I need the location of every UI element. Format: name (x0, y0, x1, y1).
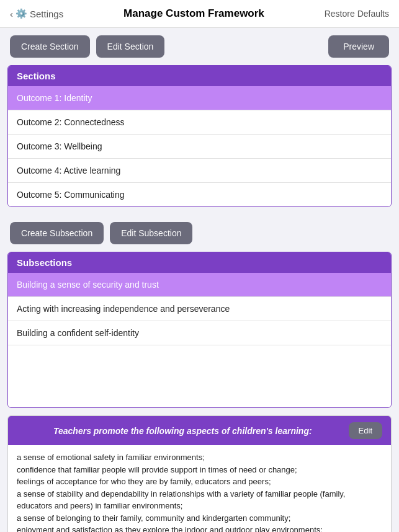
section-item[interactable]: Outcome 2: Connectedness (8, 110, 391, 135)
preview-button[interactable]: Preview (328, 35, 389, 58)
settings-icon: ⚙️ (16, 8, 27, 19)
section-item[interactable]: Outcome 1: Identity (8, 86, 391, 110)
page-title: Manage Custom Framework (123, 7, 264, 20)
section-item[interactable]: Outcome 5: Communicating (8, 183, 391, 206)
subsections-header: Subsections (8, 252, 391, 273)
back-nav[interactable]: ‹ ⚙️ Settings (10, 8, 63, 19)
restore-defaults-button[interactable]: Restore Defaults (325, 9, 389, 19)
edit-subsection-button[interactable]: Edit Subsection (110, 222, 192, 244)
sections-header: Sections (8, 66, 391, 86)
header: ‹ ⚙️ Settings Manage Custom Framework Re… (0, 0, 399, 28)
create-section-button[interactable]: Create Section (10, 35, 90, 58)
back-icon: ‹ (10, 9, 13, 19)
back-label[interactable]: Settings (30, 9, 63, 19)
subsection-button-bar: Create Subsection Edit Subsection (0, 215, 399, 252)
section-item[interactable]: Outcome 4: Active learning (8, 159, 391, 183)
teachers-panel-header: Teachers promote the following aspects o… (8, 416, 391, 445)
subsection-empty-space (8, 345, 391, 407)
teachers-edit-button[interactable]: Edit (349, 422, 382, 439)
section-item[interactable]: Outcome 3: Wellbeing (8, 135, 391, 159)
section-button-bar: Create Section Edit Section Preview (0, 28, 399, 65)
edit-section-button[interactable]: Edit Section (96, 35, 165, 58)
sections-container: Sections Outcome 1: Identity Outcome 2: … (7, 65, 392, 207)
create-subsection-button[interactable]: Create Subsection (10, 222, 104, 244)
subsections-container: Subsections Building a sense of security… (7, 252, 392, 408)
subsection-item[interactable]: Building a sense of security and trust (8, 273, 391, 297)
teachers-panel-title: Teachers promote the following aspects o… (17, 426, 349, 436)
subsection-item[interactable]: Building a confident self-identity (8, 321, 391, 345)
subsection-item[interactable]: Acting with increasing independence and … (8, 297, 391, 321)
teachers-panel-body: a sense of emotional safety in familiar … (8, 445, 391, 532)
teachers-panel: Teachers promote the following aspects o… (7, 415, 392, 532)
